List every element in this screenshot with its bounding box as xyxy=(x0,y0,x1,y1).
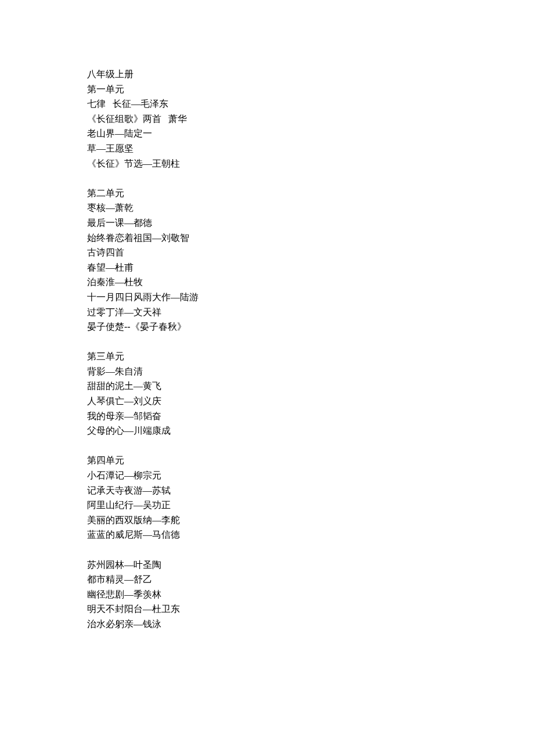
content-line: 春望—杜甫 xyxy=(87,260,447,275)
content-line: 甜甜的泥土—黄飞 xyxy=(87,379,447,394)
content-line: 始终眷恋着祖国—刘敬智 xyxy=(87,231,447,246)
content-line: 老山界—陆定一 xyxy=(87,126,447,141)
content-line: 幽径悲剧—季羡林 xyxy=(87,587,447,602)
section-break xyxy=(87,171,447,186)
content-line: 晏子使楚--《晏子春秋》 xyxy=(87,319,447,334)
content-line: 古诗四首 xyxy=(87,245,447,260)
content-line: 都市精灵—舒乙 xyxy=(87,572,447,587)
content-line: 十一月四日风雨大作—陆游 xyxy=(87,290,447,305)
content-line: 过零丁洋—文天祥 xyxy=(87,305,447,320)
content-line: 明天不封阳台—杜卫东 xyxy=(87,602,447,617)
section-heading: 第四单元 xyxy=(87,453,447,468)
document-title: 八年级上册 xyxy=(87,67,447,82)
section-break xyxy=(87,542,447,557)
content-line: 泊秦淮—杜牧 xyxy=(87,275,447,290)
content-line: 《长征组歌》两首 萧华 xyxy=(87,111,447,127)
content-line: 枣核—萧乾 xyxy=(87,200,447,215)
section-heading: 第三单元 xyxy=(87,349,447,364)
content-line: 阿里山纪行—吴功正 xyxy=(87,498,447,513)
content-line: 最后一课—都德 xyxy=(87,215,447,231)
content-line: 《长征》节选—王朝柱 xyxy=(87,156,447,171)
document-page: 八年级上册 第一单元七律 长征—毛泽东《长征组歌》两首 萧华老山界—陆定一草—王… xyxy=(0,0,534,756)
section-break xyxy=(87,438,447,453)
section-break xyxy=(87,334,447,350)
content-line: 美丽的西双版纳—李舵 xyxy=(87,513,447,528)
section-heading: 第二单元 xyxy=(87,186,447,201)
content-line: 父母的心—川端康成 xyxy=(87,423,447,438)
content-line: 人琴俱亡—刘义庆 xyxy=(87,394,447,409)
content-line: 我的母亲—邹韬奋 xyxy=(87,409,447,424)
content-line: 背影—朱自清 xyxy=(87,364,447,379)
content-container: 第一单元七律 长征—毛泽东《长征组歌》两首 萧华老山界—陆定一草—王愿坚《长征》… xyxy=(87,82,447,632)
content-line: 蓝蓝的威尼斯—马信德 xyxy=(87,527,447,542)
content-line: 小石潭记—柳宗元 xyxy=(87,468,447,483)
content-line: 七律 长征—毛泽东 xyxy=(87,96,447,111)
content-line: 治水必躬亲—钱泳 xyxy=(87,617,447,632)
content-line: 草—王愿坚 xyxy=(87,141,447,156)
section-heading: 第一单元 xyxy=(87,82,447,97)
content-line: 苏州园林—叶圣陶 xyxy=(87,557,447,573)
content-line: 记承天寺夜游—苏轼 xyxy=(87,483,447,498)
